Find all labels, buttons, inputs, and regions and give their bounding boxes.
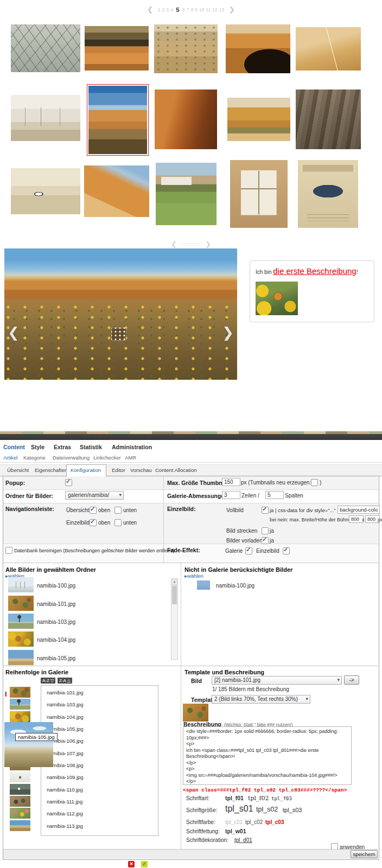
css-data-input[interactable] — [338, 506, 380, 514]
page-number[interactable]: 9 — [195, 7, 198, 12]
list-thumb[interactable] — [8, 596, 34, 611]
gallery-thumb[interactable] — [11, 24, 80, 72]
menu-extras[interactable]: Extras — [54, 444, 71, 450]
preview-prev-icon[interactable]: ❮ — [8, 324, 20, 341]
uebersicht-unten-checkbox[interactable] — [114, 507, 122, 514]
order-thumb[interactable] — [10, 784, 30, 795]
gallery-thumb[interactable] — [85, 26, 149, 71]
strip-prev-icon[interactable]: ❮ — [171, 240, 177, 248]
list-item[interactable]: namibia-104.jpg — [37, 637, 75, 643]
page-number[interactable]: 4 — [170, 7, 173, 12]
page-number[interactable]: 13 — [219, 7, 224, 12]
page-number[interactable]: 10 — [199, 7, 204, 12]
vollbild-checkbox[interactable] — [262, 507, 269, 514]
page-number[interactable]: 3 — [166, 7, 169, 12]
einzelbild-unten-checkbox[interactable] — [114, 519, 122, 526]
fade-einzelbild-checkbox[interactable] — [283, 547, 290, 554]
order-item[interactable]: namibia-104.jpg — [47, 714, 84, 720]
gallery-thumb[interactable] — [155, 90, 217, 149]
strip-next-icon[interactable]: ❯ — [205, 240, 211, 248]
list-item[interactable]: namibia-103.jpg — [37, 619, 75, 625]
order-item[interactable]: namibia-112.jpg — [47, 810, 83, 816]
order-item[interactable]: namibia-109.jpg — [47, 774, 84, 780]
tab-eigenschaften[interactable]: Eigenschaften — [35, 467, 67, 473]
page-number[interactable]: 8 — [191, 7, 194, 12]
save-button[interactable]: speichern — [351, 850, 378, 858]
list-thumb[interactable] — [8, 614, 34, 629]
fade-galerie-checkbox[interactable] — [245, 547, 252, 554]
strip-drag-handle-icon[interactable]: ∷∷∷∷∷ — [181, 241, 201, 247]
gallery-thumb[interactable] — [296, 27, 361, 71]
order-item[interactable]: namibia-111.jpg — [47, 799, 82, 805]
gallery-thumb[interactable] — [156, 163, 217, 225]
list-scrollbar[interactable]: ▴ — [171, 578, 178, 660]
order-thumb[interactable] — [10, 808, 30, 819]
excluded-item[interactable]: namibia-100.jpg — [216, 583, 254, 589]
pager-next-icon[interactable]: ❯ — [229, 5, 235, 14]
vorladen-checkbox[interactable] — [262, 537, 269, 544]
folder-select[interactable]: galerien/namibia/ — [65, 491, 124, 500]
gallery-thumb[interactable] — [298, 160, 358, 228]
page-number[interactable]: 2 — [162, 7, 164, 12]
scrollbar-thumb[interactable] — [172, 586, 177, 604]
menu-content[interactable]: Content — [3, 444, 25, 450]
submenu-dateiverwaltung[interactable]: Dateiverwaltung — [53, 455, 90, 461]
sort-za-button[interactable]: Z-A △ — [58, 678, 72, 684]
sort-az-button[interactable]: A-Z ▽ — [41, 678, 55, 684]
popup-checkbox[interactable] — [65, 479, 72, 486]
order-item[interactable]: namibia-101.jpg — [47, 690, 84, 695]
template-select[interactable]: 2 (Bild links 70%, Text rechts 30%) — [212, 695, 310, 704]
menu-statistik[interactable]: Statistik — [80, 444, 102, 450]
submenu-amr[interactable]: AMR — [125, 455, 136, 461]
gallery-thumb[interactable] — [11, 95, 80, 141]
order-item[interactable]: namibia-113.jpg — [47, 823, 83, 829]
gallery-thumb[interactable] — [296, 90, 361, 149]
order-thumb[interactable] — [10, 699, 30, 710]
pager-prev-icon[interactable]: ❮ — [147, 5, 153, 14]
check-icon[interactable]: ✓ — [141, 861, 148, 867]
cols-input[interactable] — [265, 491, 284, 499]
list-item[interactable]: namibia-105.jpg — [37, 655, 75, 661]
tab-uebersicht[interactable]: Übersicht — [7, 467, 29, 473]
regenerate-thumbs-checkbox[interactable] — [311, 479, 318, 486]
order-item[interactable]: namibia-110.jpg — [47, 787, 83, 793]
strecken-checkbox[interactable] — [262, 527, 269, 534]
einzelbild-oben-checkbox[interactable] — [90, 519, 97, 526]
menu-style[interactable]: Style — [31, 444, 44, 450]
tab-content-allocation[interactable]: Content Allocation — [155, 467, 197, 473]
beschreibung-textarea[interactable]: <div style=###border: 1px solid #666666;… — [183, 726, 352, 785]
preview-next-icon[interactable]: ❯ — [222, 324, 234, 341]
gallery-thumb[interactable] — [227, 98, 290, 141]
submenu-kategorie[interactable]: Kategorie — [23, 455, 46, 461]
gallery-thumb[interactable] — [11, 168, 80, 214]
tab-konfiguration[interactable]: Konfiguration — [71, 467, 101, 473]
page-number[interactable]: 11 — [206, 7, 211, 12]
order-thumb[interactable] — [10, 820, 30, 831]
list-item[interactable]: namibia-101.jpg — [37, 601, 75, 607]
menu-administration[interactable]: Administration — [112, 444, 152, 450]
submenu-linkchecker[interactable]: Linkchecker — [93, 455, 121, 461]
rows-input[interactable] — [222, 491, 240, 499]
stage-width-input[interactable] — [349, 515, 364, 523]
uebersicht-oben-checkbox[interactable] — [90, 507, 97, 514]
page-number[interactable]: 12 — [212, 7, 217, 12]
tab-editor[interactable]: Editor — [112, 467, 125, 473]
list-thumb[interactable] — [8, 631, 34, 647]
thumb-size-input[interactable] — [222, 478, 240, 486]
list-thumb[interactable] — [8, 650, 34, 665]
list-thumb[interactable] — [8, 577, 34, 592]
order-thumb[interactable] — [10, 796, 30, 807]
goto-image-button[interactable]: -> — [344, 675, 359, 685]
order-thumb[interactable] — [10, 687, 30, 698]
close-icon[interactable]: ✕ — [128, 861, 135, 867]
gallery-thumb-selected[interactable] — [87, 84, 149, 156]
list-item[interactable]: namibia-100.jpg — [37, 583, 75, 589]
page-number[interactable]: 6 — [182, 7, 185, 12]
excluded-thumb[interactable] — [197, 580, 210, 590]
db-cleanup-checkbox[interactable] — [5, 547, 12, 554]
gallery-thumb[interactable] — [154, 24, 218, 73]
scroll-up-icon[interactable]: ▴ — [171, 579, 177, 585]
tab-vorschau[interactable]: Vorschau — [130, 467, 152, 473]
gallery-thumb[interactable] — [226, 24, 290, 73]
gallery-thumb[interactable] — [230, 160, 288, 228]
